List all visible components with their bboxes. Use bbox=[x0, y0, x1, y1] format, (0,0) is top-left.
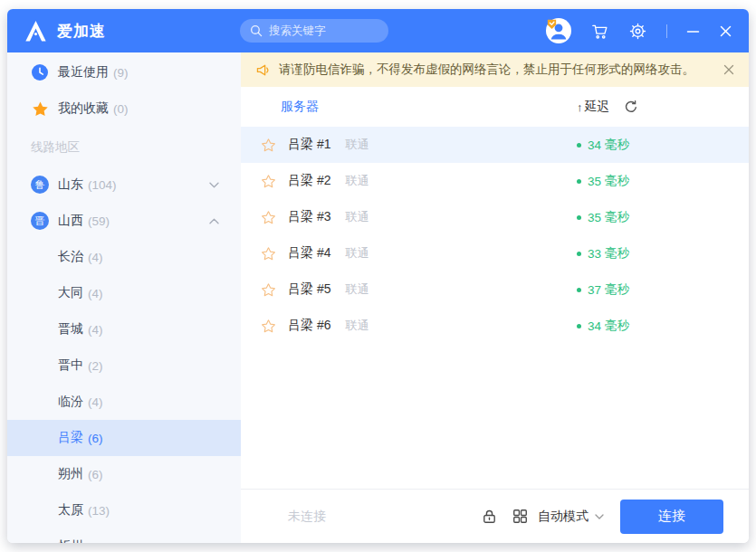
city-label: 太原 bbox=[58, 502, 83, 519]
server-row[interactable]: 吕梁 #3 联通 35毫秒 bbox=[241, 199, 749, 235]
main-panel: 请谨防电信诈骗，不得发布虚假的网络言论，禁止用于任何形式的网络攻击。 服务器 ↑… bbox=[241, 52, 749, 543]
sidebar-city-changzhi[interactable]: 长治 (4) bbox=[7, 239, 241, 275]
sidebar: 最近使用 (9) 我的收藏 (0) 线路地区 鲁 山东 (104) bbox=[7, 52, 241, 543]
server-carrier: 联通 bbox=[345, 209, 368, 225]
city-count: (2) bbox=[88, 359, 103, 373]
latency-unit: 毫秒 bbox=[605, 281, 629, 298]
city-label: 晋城 bbox=[58, 321, 83, 338]
sidebar-city-jincheng[interactable]: 晋城 (4) bbox=[7, 311, 241, 347]
latency-dot bbox=[577, 288, 581, 292]
latency-dot bbox=[577, 252, 581, 256]
city-count: (4) bbox=[88, 251, 103, 264]
city-label: 晋中 bbox=[58, 357, 83, 374]
cart-icon[interactable] bbox=[590, 22, 609, 41]
city-count: (4) bbox=[88, 287, 103, 300]
server-carrier: 联通 bbox=[345, 318, 368, 334]
sidebar-item-count: (0) bbox=[113, 102, 129, 116]
latency-sort-control[interactable]: ↑ 延迟 bbox=[577, 99, 610, 115]
mode-label: 自动模式 bbox=[538, 509, 589, 525]
province-count: (59) bbox=[88, 214, 110, 228]
city-label: 吕梁 bbox=[58, 430, 83, 446]
sidebar-city-jinzhong[interactable]: 晋中 (2) bbox=[7, 347, 241, 384]
server-name: 吕梁 #1 bbox=[288, 137, 330, 153]
app-logo: 爱加速 bbox=[24, 19, 106, 43]
latency-unit: 毫秒 bbox=[605, 318, 629, 334]
sidebar-city-taiyuan[interactable]: 太原 (13) bbox=[7, 492, 241, 528]
province-badge-icon: 晋 bbox=[31, 212, 49, 230]
server-row[interactable]: 吕梁 #5 联通 37毫秒 bbox=[241, 271, 749, 308]
server-name: 吕梁 #4 bbox=[288, 245, 330, 262]
star-icon bbox=[31, 100, 49, 118]
latency-dot bbox=[577, 143, 581, 148]
server-row[interactable]: 吕梁 #1 联通 34毫秒 bbox=[241, 127, 749, 163]
server-name: 吕梁 #2 bbox=[288, 173, 330, 189]
sidebar-item-favorites[interactable]: 我的收藏 (0) bbox=[7, 90, 241, 127]
connection-status-bar: 未连接 bbox=[241, 489, 749, 543]
sidebar-province-shanxi[interactable]: 晋 山西 (59) bbox=[7, 203, 241, 239]
server-carrier: 联通 bbox=[345, 245, 368, 262]
latency-dot bbox=[577, 324, 581, 328]
latency-value: 34 bbox=[588, 319, 601, 333]
sidebar-province-shandong[interactable]: 鲁 山东 (104) bbox=[7, 167, 241, 203]
chevron-down-icon bbox=[209, 182, 219, 188]
server-row[interactable]: 吕梁 #2 联通 35毫秒 bbox=[241, 163, 749, 199]
megaphone-icon bbox=[255, 62, 271, 78]
sidebar-item-recent[interactable]: 最近使用 (9) bbox=[7, 54, 241, 90]
city-label: 大同 bbox=[58, 285, 83, 301]
refresh-icon[interactable] bbox=[624, 100, 638, 114]
server-row[interactable]: 吕梁 #6 联通 34毫秒 bbox=[241, 308, 749, 344]
province-label: 山西 bbox=[58, 213, 83, 229]
app-window: 爱加速 bbox=[7, 9, 749, 543]
city-count: (4) bbox=[88, 323, 103, 337]
sidebar-item-count: (9) bbox=[113, 66, 129, 80]
province-count: (104) bbox=[88, 178, 117, 192]
server-list: 吕梁 #1 联通 34毫秒 吕梁 #2 联通 35毫秒 吕梁 # bbox=[241, 127, 749, 489]
settings-gear-icon[interactable] bbox=[628, 22, 647, 41]
banner-close-icon[interactable] bbox=[723, 64, 734, 75]
search-icon bbox=[250, 24, 263, 37]
search-box[interactable] bbox=[240, 19, 388, 43]
clock-icon bbox=[31, 63, 49, 81]
sidebar-city-datong[interactable]: 大同 (4) bbox=[7, 275, 241, 311]
sidebar-city-shuozhou[interactable]: 朔州 (6) bbox=[7, 456, 241, 492]
connect-button[interactable]: 连接 bbox=[620, 500, 723, 534]
chevron-up-icon bbox=[209, 218, 219, 224]
favorite-star-icon[interactable] bbox=[261, 319, 276, 334]
grid-mode-icon[interactable] bbox=[512, 508, 529, 525]
minimize-button[interactable] bbox=[686, 24, 700, 38]
server-row[interactable]: 吕梁 #4 联通 33毫秒 bbox=[241, 235, 749, 271]
warning-text: 请谨防电信诈骗，不得发布虚假的网络言论，禁止用于任何形式的网络攻击。 bbox=[279, 62, 694, 78]
city-count: (6) bbox=[88, 468, 103, 481]
province-label: 山东 bbox=[58, 176, 83, 193]
latency-dot bbox=[577, 179, 581, 184]
sidebar-city-lvliang-selected[interactable]: 吕梁 (6) bbox=[7, 420, 241, 456]
favorite-star-icon[interactable] bbox=[261, 138, 276, 153]
mode-dropdown[interactable]: 自动模式 bbox=[538, 509, 604, 525]
latency-value: 33 bbox=[588, 247, 601, 261]
server-column-header: 服务器 bbox=[281, 99, 319, 115]
user-avatar[interactable] bbox=[546, 18, 571, 43]
title-bar: 爱加速 bbox=[7, 9, 749, 52]
favorite-star-icon[interactable] bbox=[261, 210, 276, 225]
favorite-star-icon[interactable] bbox=[261, 282, 276, 298]
city-count: (6) bbox=[88, 432, 103, 445]
sidebar-item-label: 最近使用 bbox=[58, 64, 109, 81]
server-name: 吕梁 #6 bbox=[288, 318, 330, 334]
city-count: (13) bbox=[88, 504, 110, 518]
favorite-star-icon[interactable] bbox=[261, 174, 276, 189]
server-carrier: 联通 bbox=[345, 281, 368, 298]
favorite-star-icon[interactable] bbox=[261, 246, 276, 262]
latency-value: 35 bbox=[588, 211, 601, 224]
lock-icon[interactable] bbox=[481, 508, 498, 525]
latency-unit: 毫秒 bbox=[605, 245, 629, 262]
city-count: (4) bbox=[88, 395, 103, 409]
latency-value: 34 bbox=[588, 138, 601, 152]
sidebar-city-linfen[interactable]: 临汾 (4) bbox=[7, 384, 241, 420]
search-input[interactable] bbox=[269, 24, 378, 37]
city-label: 长治 bbox=[58, 249, 83, 265]
warning-banner: 请谨防电信诈骗，不得发布虚假的网络言论，禁止用于任何形式的网络攻击。 bbox=[241, 52, 749, 87]
province-badge-icon: 鲁 bbox=[31, 176, 49, 194]
sidebar-city-xinzhou[interactable]: 忻州 (6) bbox=[7, 528, 241, 543]
close-button[interactable] bbox=[719, 24, 732, 38]
latency-unit: 毫秒 bbox=[605, 137, 629, 153]
